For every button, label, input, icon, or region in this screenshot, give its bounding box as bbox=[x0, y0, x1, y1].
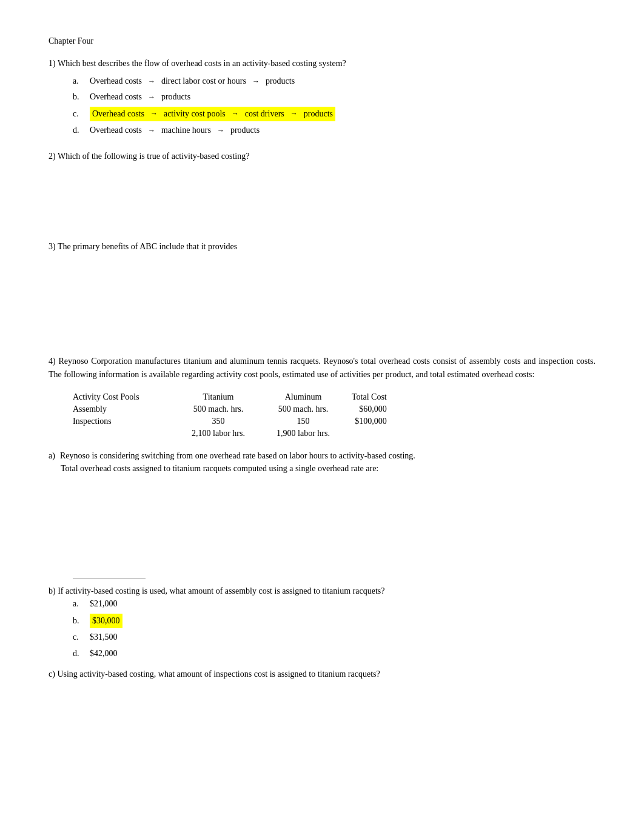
q1-d-arrow2: → bbox=[217, 125, 224, 136]
q2-spacer bbox=[49, 167, 595, 228]
table-header-row: Activity Cost Pools Titanium Aluminum To… bbox=[73, 391, 399, 403]
question-4: 4) Reynoso Corporation manufactures tita… bbox=[49, 355, 595, 680]
q4-sub-b: b) If activity-based costing is used, wh… bbox=[49, 585, 595, 660]
q1-c-arrow2: → bbox=[232, 108, 239, 119]
q4-b-answer-b: b. $30,000 bbox=[73, 614, 595, 628]
cost-table: Activity Cost Pools Titanium Aluminum To… bbox=[73, 391, 399, 440]
q4-b-b-label: b. bbox=[73, 614, 85, 628]
q4-sub-b-body: If activity-based costing is used, what … bbox=[58, 586, 384, 595]
question-2: 2) Which of the following is true of act… bbox=[49, 150, 595, 228]
row3-pool bbox=[73, 428, 182, 440]
q4-sub-b-label: b) bbox=[49, 586, 56, 595]
q3-spacer bbox=[49, 258, 595, 343]
q1-c-part4: products bbox=[304, 107, 333, 121]
row3-total bbox=[352, 428, 399, 440]
q4-b-c-label: c. bbox=[73, 631, 85, 644]
q4-sub-c-label: c) bbox=[49, 669, 55, 679]
q1-body: Which best describes the flow of overhea… bbox=[58, 59, 346, 68]
q4-sub-a-label: a) bbox=[49, 449, 55, 462]
q1-c-label: c. bbox=[73, 107, 85, 121]
chapter-title: Chapter Four bbox=[49, 36, 595, 46]
q4-b-a-value: $21,000 bbox=[90, 597, 118, 611]
row3-aluminum: 1,900 labor hrs. bbox=[267, 428, 352, 440]
q1-d-content: Overhead costs → machine hours → product… bbox=[90, 124, 260, 137]
q4-sub-c-text: c) Using activity-based costing, what am… bbox=[49, 668, 595, 680]
q4-sub-a-text: a) Reynoso is considering switching from… bbox=[49, 449, 595, 462]
q1-answer-b: b. Overhead costs → products bbox=[73, 90, 595, 104]
q1-a-arrow2: → bbox=[252, 76, 260, 87]
row1-total: $60,000 bbox=[352, 403, 399, 415]
q1-d-part1: Overhead costs bbox=[90, 124, 142, 137]
q1-c-part1: Overhead costs bbox=[92, 107, 144, 121]
q3-text: 3) The primary benefits of ABC include t… bbox=[49, 240, 595, 253]
q1-answers: a. Overhead costs → direct labor cost or… bbox=[49, 75, 595, 138]
row2-pool: Inspections bbox=[73, 415, 182, 428]
q4-text: 4) Reynoso Corporation manufactures tita… bbox=[49, 355, 595, 382]
q1-a-part3: products bbox=[266, 75, 295, 88]
q4-b-answer-c: c. $31,500 bbox=[73, 631, 595, 644]
table-row: Assembly 500 mach. hrs. 500 mach. hrs. $… bbox=[73, 403, 399, 415]
col-header-titanium: Titanium bbox=[182, 391, 267, 403]
q4-b-c-value: $31,500 bbox=[90, 631, 118, 644]
q1-c-part2: activity cost pools bbox=[164, 107, 226, 121]
q1-text: 1) Which best describes the flow of over… bbox=[49, 57, 595, 70]
q1-d-arrow1: → bbox=[148, 125, 155, 136]
table-row: 2,100 labor hrs. 1,900 labor hrs. bbox=[73, 428, 399, 440]
row2-titanium: 350 bbox=[182, 415, 267, 428]
q4-b-d-value: $42,000 bbox=[90, 647, 118, 660]
q4-sub-b-answers: a. $21,000 b. $30,000 c. $31,500 d. $42,… bbox=[49, 597, 595, 660]
q4-b-d-label: d. bbox=[73, 647, 85, 660]
q4-b-b-value: $30,000 bbox=[90, 614, 122, 628]
q4-sub-c-body: Using activity-based costing, what amoun… bbox=[57, 669, 380, 679]
q1-a-label: a. bbox=[73, 75, 85, 88]
q4-sub-a: a) Reynoso is considering switching from… bbox=[49, 449, 595, 572]
row1-pool: Assembly bbox=[73, 403, 182, 415]
q4-b-answer-a: a. $21,000 bbox=[73, 597, 595, 611]
q1-b-content: Overhead costs → products bbox=[90, 90, 190, 104]
q2-body: Which of the following is true of activi… bbox=[58, 152, 249, 161]
q4-sub-b-text: b) If activity-based costing is used, wh… bbox=[49, 585, 595, 597]
q1-d-label: d. bbox=[73, 124, 85, 137]
q2-number: 2) bbox=[49, 152, 56, 161]
q2-text: 2) Which of the following is true of act… bbox=[49, 150, 595, 163]
q4-body: Reynoso Corporation manufactures titaniu… bbox=[49, 357, 595, 379]
q1-c-arrow1: → bbox=[150, 108, 158, 119]
q1-a-part1: Overhead costs bbox=[90, 75, 142, 88]
row2-aluminum: 150 bbox=[267, 415, 352, 428]
q1-b-arrow1: → bbox=[148, 92, 155, 103]
q1-c-arrow3: → bbox=[290, 108, 298, 119]
q1-answer-d: d. Overhead costs → machine hours → prod… bbox=[73, 124, 595, 137]
q4-b-answer-d: d. $42,000 bbox=[73, 647, 595, 660]
q1-c-content: Overhead costs → activity cost pools → c… bbox=[90, 107, 335, 121]
q1-answer-c: c. Overhead costs → activity cost pools … bbox=[73, 107, 595, 121]
q1-b-part2: products bbox=[161, 90, 190, 104]
q4-table-section: Activity Cost Pools Titanium Aluminum To… bbox=[73, 391, 595, 440]
row3-titanium: 2,100 labor hrs. bbox=[182, 428, 267, 440]
q4-sub-a-body: Reynoso is considering switching from on… bbox=[60, 449, 415, 462]
q4-sub-a-follow: Total overhead costs assigned to titaniu… bbox=[61, 462, 595, 475]
row1-aluminum: 500 mach. hrs. bbox=[267, 403, 352, 415]
col-header-aluminum: Aluminum bbox=[267, 391, 352, 403]
question-3: 3) The primary benefits of ABC include t… bbox=[49, 240, 595, 343]
q1-number: 1) bbox=[49, 59, 56, 68]
table-row: Inspections 350 150 $100,000 bbox=[73, 415, 399, 428]
q4-sub-a-spacer bbox=[49, 475, 595, 572]
q1-a-part2: direct labor cost or hours bbox=[161, 75, 246, 88]
row2-total: $100,000 bbox=[352, 415, 399, 428]
q1-b-part1: Overhead costs bbox=[90, 90, 142, 104]
q1-c-part3: cost drivers bbox=[245, 107, 284, 121]
q1-b-label: b. bbox=[73, 90, 85, 104]
q3-body: The primary benefits of ABC include that… bbox=[58, 242, 237, 251]
question-1: 1) Which best describes the flow of over… bbox=[49, 57, 595, 138]
q4-sub-c: c) Using activity-based costing, what am… bbox=[49, 668, 595, 680]
q1-a-arrow1: → bbox=[148, 76, 155, 87]
q1-a-content: Overhead costs → direct labor cost or ho… bbox=[90, 75, 295, 88]
q4-b-a-label: a. bbox=[73, 597, 85, 611]
q1-answer-a: a. Overhead costs → direct labor cost or… bbox=[73, 75, 595, 88]
row1-titanium: 500 mach. hrs. bbox=[182, 403, 267, 415]
col-header-pools: Activity Cost Pools bbox=[73, 391, 182, 403]
q3-number: 3) bbox=[49, 242, 56, 251]
q4-number: 4) bbox=[49, 357, 56, 366]
col-header-total: Total Cost bbox=[352, 391, 399, 403]
q1-d-part2: machine hours bbox=[161, 124, 211, 137]
